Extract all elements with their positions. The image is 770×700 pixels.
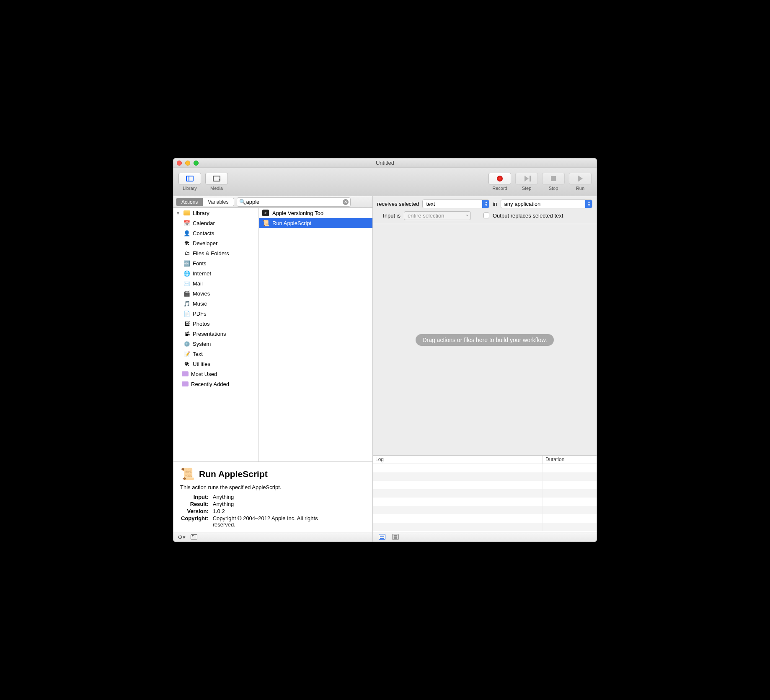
toggle-description-button[interactable] <box>191 534 197 539</box>
category-row[interactable]: ⚙️System <box>173 339 258 349</box>
log-rows[interactable] <box>373 464 597 532</box>
library-footer: ⚙︎▾ <box>173 532 372 542</box>
category-row[interactable]: 🎬Movies <box>173 288 258 298</box>
category-icon: 🎵 <box>183 300 190 307</box>
category-row[interactable]: 📅Calendar <box>173 218 258 228</box>
record-button[interactable]: Record <box>488 173 512 191</box>
category-icon: 📅 <box>183 220 190 226</box>
search-input[interactable] <box>237 199 350 205</box>
library-tabs-row: Actions Variables 🔍 ✕ <box>173 196 372 208</box>
actions-variables-segment: Actions Variables <box>176 198 234 206</box>
category-label: Photos <box>193 321 209 327</box>
in-label: in <box>493 201 497 207</box>
category-row[interactable]: 🎵Music <box>173 298 258 309</box>
category-label: Movies <box>193 290 210 297</box>
input-is-label: Input is <box>377 213 401 219</box>
category-label: Presentations <box>193 331 226 337</box>
desc-version-val: 1.0.2 <box>213 508 330 514</box>
gear-menu-button[interactable]: ⚙︎▾ <box>178 534 186 540</box>
search-field[interactable]: 🔍 ✕ <box>237 197 351 207</box>
category-row[interactable]: 📽Presentations <box>173 329 258 339</box>
stop-button[interactable]: Stop <box>541 173 566 191</box>
run-button[interactable]: Run <box>568 173 592 191</box>
category-row[interactable]: 🛠Utilities <box>173 359 258 369</box>
category-row[interactable]: 🔤Fonts <box>173 258 258 268</box>
category-label: PDFs <box>193 311 207 317</box>
library-pane: Actions Variables 🔍 ✕ ▼ Library <box>173 196 373 542</box>
in-application-popup[interactable]: any application ▲▼ <box>501 200 592 208</box>
category-row[interactable]: 👤Contacts <box>173 228 258 238</box>
tab-variables[interactable]: Variables <box>203 198 233 206</box>
input-is-value: entire selection <box>408 213 444 219</box>
category-icon: 👤 <box>183 230 190 236</box>
description-summary: This action runs the specified AppleScri… <box>180 484 366 490</box>
action-description: 📜 Run AppleScript This action runs the s… <box>173 462 372 532</box>
log-header: Log Duration <box>373 456 597 464</box>
media-button[interactable]: Media <box>204 173 229 191</box>
category-label: Fonts <box>193 260 207 267</box>
category-row[interactable]: 🛠Developer <box>173 238 258 248</box>
category-label: Utilities <box>193 361 210 367</box>
category-icon: 🖼 <box>183 320 190 327</box>
output-replaces-checkbox[interactable] <box>483 213 489 218</box>
record-icon <box>497 176 503 181</box>
disclosure-triangle-icon[interactable]: ▼ <box>176 211 180 215</box>
in-value: any application <box>504 201 541 207</box>
log-view-results-button[interactable] <box>392 534 399 540</box>
clear-search-button[interactable]: ✕ <box>343 199 349 205</box>
library-root-label: Library <box>193 210 209 216</box>
desc-input-key: Input: <box>181 494 212 500</box>
log-view-list-button[interactable] <box>379 534 385 540</box>
category-icon: 🛠 <box>183 240 190 246</box>
stop-icon <box>551 176 556 181</box>
smart-folder-row[interactable]: Most Used <box>173 369 258 379</box>
smart-folder-label: Recently Added <box>191 381 229 387</box>
category-icon: 🔤 <box>183 260 190 267</box>
category-label: Mail <box>193 280 203 287</box>
description-title: Run AppleScript <box>199 469 268 479</box>
category-label: Files & Folders <box>193 250 229 257</box>
category-row[interactable]: 🗂Files & Folders <box>173 248 258 258</box>
category-icon: 🗂 <box>183 250 190 257</box>
category-row[interactable]: 🖼Photos <box>173 319 258 329</box>
action-icon: > <box>262 210 269 216</box>
desc-result-val: Anything <box>213 501 330 507</box>
desc-input-val: Anything <box>213 494 330 500</box>
action-row[interactable]: 📜Run AppleScript <box>259 218 372 228</box>
category-label: Music <box>193 301 207 307</box>
action-icon: 📜 <box>262 220 269 226</box>
smart-folder-icon <box>182 371 189 376</box>
search-icon: 🔍 <box>239 199 246 205</box>
category-row[interactable]: 📄PDFs <box>173 309 258 319</box>
category-row[interactable]: 📝Text <box>173 349 258 359</box>
library-toggle-button[interactable]: Library <box>178 173 202 191</box>
workflow-canvas[interactable]: Drag actions or files here to build your… <box>373 224 597 456</box>
action-list[interactable]: >Apple Versioning Tool📜Run AppleScript <box>259 208 372 461</box>
workflow-pane: receives selected text ▲▼ in any applica… <box>373 196 597 542</box>
category-label: Calendar <box>193 220 215 226</box>
category-icon: 🌐 <box>183 270 190 277</box>
category-icon: ⚙️ <box>183 340 190 347</box>
input-is-popup[interactable]: entire selection <box>404 211 471 220</box>
step-icon <box>525 176 529 181</box>
category-row[interactable]: 🌐Internet <box>173 268 258 278</box>
category-label: Developer <box>193 240 217 246</box>
window-title: Untitled <box>173 160 597 166</box>
library-root-row[interactable]: ▼ Library <box>173 208 258 218</box>
applescript-icon: 📜 <box>180 467 195 481</box>
action-row[interactable]: >Apple Versioning Tool <box>259 208 372 218</box>
category-list[interactable]: ▼ Library 📅Calendar👤Contacts🛠Developer🗂F… <box>173 208 259 461</box>
media-icon <box>213 176 220 181</box>
category-row[interactable]: ✉️Mail <box>173 278 258 288</box>
log-col-log[interactable]: Log <box>373 456 543 464</box>
toolbar: Library Media Record Step Stop <box>173 168 597 196</box>
desc-version-key: Version: <box>181 508 212 514</box>
smart-folder-row[interactable]: Recently Added <box>173 379 258 389</box>
step-button[interactable]: Step <box>514 173 539 191</box>
receives-popup[interactable]: text ▲▼ <box>422 200 489 208</box>
desc-copyright-val: Copyright © 2004–2012 Apple Inc. All rig… <box>213 515 330 528</box>
tab-actions[interactable]: Actions <box>176 198 203 206</box>
log-col-duration[interactable]: Duration <box>543 456 597 464</box>
category-label: Internet <box>193 270 211 277</box>
category-label: System <box>193 341 211 347</box>
